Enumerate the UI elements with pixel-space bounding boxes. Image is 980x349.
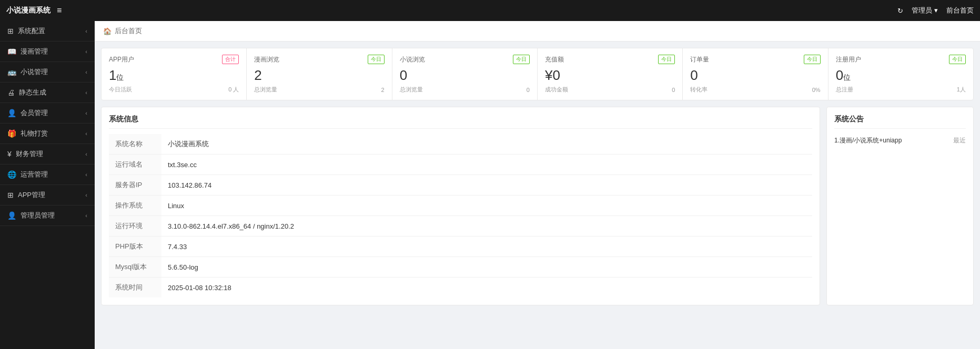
stat-card-2: 小说浏览 今日 0 总浏览量 0 <box>392 48 538 100</box>
chevron-icon-finance-mgmt: ‹ <box>85 151 87 157</box>
sidebar-item-system-config[interactable]: ⊞ 系统配置 ‹ <box>0 21 95 42</box>
frontend-link[interactable]: 前台首页 <box>946 6 974 15</box>
sidebar-label-static-gen: 静态生成 <box>19 88 46 97</box>
sidebar-item-member-mgmt[interactable]: 👤 会员管理 ‹ <box>0 103 95 124</box>
stat-footer-right-3: 0 <box>672 87 675 93</box>
stat-footer-left-2: 总浏览量 <box>400 86 423 94</box>
sidebar-icon-app-mgmt: ⊞ <box>7 191 14 199</box>
stat-footer-left-5: 总注册 <box>836 86 853 94</box>
sysinfo-value-5: 7.4.33 <box>161 237 812 257</box>
stat-value-1: 2 <box>254 67 384 84</box>
stat-footer-0: 今日活跃 0 人 <box>109 86 239 94</box>
stat-footer-left-0: 今日活跃 <box>109 86 132 94</box>
sysinfo-label-1: 运行域名 <box>109 155 161 175</box>
stat-footer-right-1: 2 <box>381 87 385 93</box>
stat-footer-left-1: 总浏览量 <box>254 86 277 94</box>
sidebar-item-left: 👤 会员管理 <box>7 108 48 118</box>
stat-badge-0[interactable]: 合计 <box>222 55 239 64</box>
stat-title-5: 注册用户 <box>836 55 861 64</box>
sidebar-item-ops-mgmt[interactable]: 🌐 运营管理 ‹ <box>0 165 95 185</box>
menu-toggle-icon[interactable]: ≡ <box>57 6 62 15</box>
stat-card-5: 注册用户 今日 0位 总注册 1人 <box>829 48 973 100</box>
sidebar-item-left: 📖 漫画管理 <box>7 47 48 56</box>
stat-value-2: 0 <box>400 67 530 84</box>
sidebar-icon-system-config: ⊞ <box>7 27 14 35</box>
sidebar-icon-ops-mgmt: 🌐 <box>7 170 16 179</box>
sysinfo-value-2: 103.142.86.74 <box>161 175 812 196</box>
announcement-item-0: 1.漫画/小说系统+uniapp 最近 <box>834 134 966 147</box>
stat-header-4: 订单量 今日 <box>690 55 820 64</box>
sysinfo-label-0: 系统名称 <box>109 134 161 155</box>
stat-header-0: APP用户 合计 <box>109 55 239 64</box>
sysinfo-row-4: 运行环境 3.10.0-862.14.4.el7.x86_64 / nginx/… <box>109 216 812 237</box>
chevron-icon-static-gen: ‹ <box>85 89 87 96</box>
home-icon: 🏠 <box>103 27 112 35</box>
stat-title-1: 漫画浏览 <box>254 55 279 64</box>
sysinfo-row-2: 服务器IP 103.142.86.74 <box>109 175 812 196</box>
header-right: ↻ 管理员 ▾ 前台首页 <box>897 6 974 15</box>
stat-title-3: 充值额 <box>545 55 564 64</box>
sidebar-item-left: 👤 管理员管理 <box>7 211 55 220</box>
stat-card-0: APP用户 合计 1位 今日活跃 0 人 <box>102 48 247 100</box>
sidebar-item-left: 🎁 礼物打赏 <box>7 129 48 138</box>
stat-badge-2[interactable]: 今日 <box>513 55 530 64</box>
sidebar-label-novel-mgmt: 小说管理 <box>21 67 48 77</box>
announcement-list: 1.漫画/小说系统+uniapp 最近 <box>834 134 966 147</box>
sidebar-icon-novel-mgmt: 🚌 <box>7 68 16 76</box>
sysinfo-row-7: 系统时间 2025-01-08 10:32:18 <box>109 278 812 298</box>
stat-badge-1[interactable]: 今日 <box>368 55 385 64</box>
sidebar-item-left: ⊞ 系统配置 <box>7 26 45 36</box>
sidebar-item-finance-mgmt[interactable]: ¥ 财务管理 ‹ <box>0 144 95 165</box>
sidebar-item-left: ¥ 财务管理 <box>7 149 43 159</box>
sysinfo-value-0: 小说漫画系统 <box>161 134 812 155</box>
stat-footer-left-3: 成功金额 <box>545 86 568 94</box>
stat-badge-3[interactable]: 今日 <box>658 55 675 64</box>
admin-dropdown[interactable]: 管理员 ▾ <box>912 6 938 15</box>
main-layout: ⊞ 系统配置 ‹ 📖 漫画管理 ‹ 🚌 小说管理 ‹ 🖨 静态生成 ‹ <box>0 21 980 349</box>
stat-value-0: 1位 <box>109 67 239 84</box>
stat-header-3: 充值额 今日 <box>545 55 675 64</box>
sidebar-item-admin-mgmt[interactable]: 👤 管理员管理 ‹ <box>0 206 95 226</box>
content-area: 🏠 后台首页 APP用户 合计 1位 今日活跃 0 人 漫画浏览 今日 2 总浏 <box>95 21 980 349</box>
stat-header-1: 漫画浏览 今日 <box>254 55 384 64</box>
sidebar-item-left: 🖨 静态生成 <box>7 88 46 97</box>
stat-badge-4[interactable]: 今日 <box>804 55 821 64</box>
stat-header-2: 小说浏览 今日 <box>400 55 530 64</box>
chevron-icon-admin-mgmt: ‹ <box>85 212 87 219</box>
stat-value-5: 0位 <box>836 67 966 84</box>
chevron-icon-gift-manage: ‹ <box>85 130 87 137</box>
sidebar-label-member-mgmt: 会员管理 <box>21 108 48 118</box>
sysinfo-row-1: 运行域名 txt.3se.cc <box>109 155 812 175</box>
sidebar-item-novel-mgmt[interactable]: 🚌 小说管理 ‹ <box>0 62 95 83</box>
sidebar-item-left: 🚌 小说管理 <box>7 67 48 77</box>
announcement-text-0: 1.漫画/小说系统+uniapp <box>834 136 902 145</box>
sidebar-label-app-mgmt: APP管理 <box>18 190 45 200</box>
stat-suffix-0: 位 <box>116 73 124 81</box>
sidebar-icon-comic-mgmt: 📖 <box>7 47 16 56</box>
sidebar-label-ops-mgmt: 运营管理 <box>21 170 48 179</box>
sysinfo-value-6: 5.6.50-log <box>161 257 812 278</box>
sidebar-item-left: 🌐 运营管理 <box>7 170 48 179</box>
chevron-icon-system-config: ‹ <box>85 28 87 34</box>
breadcrumb: 🏠 后台首页 <box>95 21 980 42</box>
sidebar-item-gift-manage[interactable]: 🎁 礼物打赏 ‹ <box>0 124 95 144</box>
dashboard: APP用户 合计 1位 今日活跃 0 人 漫画浏览 今日 2 总浏览量 2 小说… <box>95 42 980 312</box>
sysinfo-row-0: 系统名称 小说漫画系统 <box>109 134 812 155</box>
sidebar-item-static-gen[interactable]: 🖨 静态生成 ‹ <box>0 83 95 103</box>
sysinfo-row-5: PHP版本 7.4.33 <box>109 237 812 257</box>
sidebar-icon-gift-manage: 🎁 <box>7 129 16 138</box>
announcement-time-0: 最近 <box>953 136 966 145</box>
sysinfo-label-6: Mysql版本 <box>109 257 161 278</box>
sysinfo-label-3: 操作系统 <box>109 196 161 216</box>
top-header: 小说漫画系统 ≡ ↻ 管理员 ▾ 前台首页 <box>0 0 980 21</box>
system-info-table: 系统名称 小说漫画系统 运行域名 txt.3se.cc 服务器IP 103.14… <box>109 134 812 297</box>
sidebar-item-comic-mgmt[interactable]: 📖 漫画管理 ‹ <box>0 42 95 62</box>
sidebar-item-app-mgmt[interactable]: ⊞ APP管理 ‹ <box>0 185 95 206</box>
sysinfo-label-2: 服务器IP <box>109 175 161 196</box>
sysinfo-label-7: 系统时间 <box>109 278 161 298</box>
stat-card-1: 漫画浏览 今日 2 总浏览量 2 <box>247 48 392 100</box>
sidebar: ⊞ 系统配置 ‹ 📖 漫画管理 ‹ 🚌 小说管理 ‹ 🖨 静态生成 ‹ <box>0 21 95 349</box>
refresh-icon[interactable]: ↻ <box>897 7 903 15</box>
stat-badge-5[interactable]: 今日 <box>949 55 966 64</box>
stat-card-3: 充值额 今日 ¥0 成功金额 0 <box>538 48 683 100</box>
